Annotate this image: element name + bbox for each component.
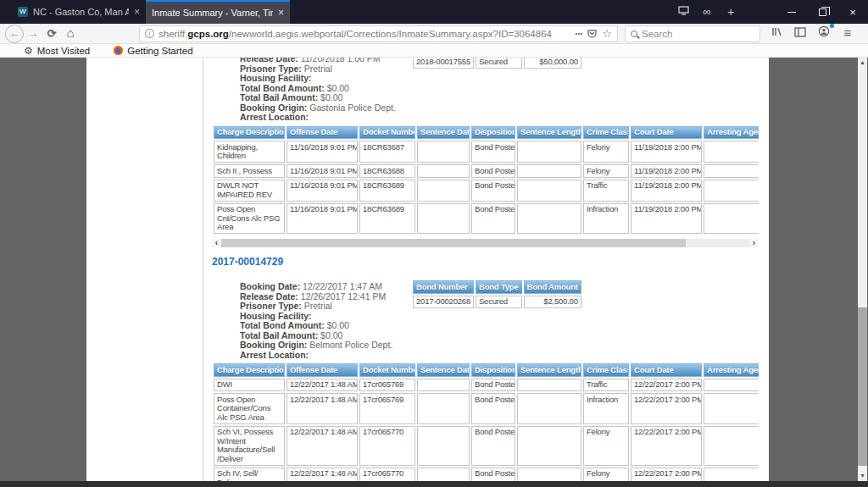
column-header: Bond Type bbox=[476, 280, 522, 294]
home-button[interactable] bbox=[61, 24, 80, 43]
cell bbox=[517, 203, 581, 235]
cell: 11/19/2018 2:00 PM bbox=[631, 164, 702, 178]
charges-table: Charge DescriptionOffense DateDocket Num… bbox=[212, 362, 759, 481]
cell: Traffic bbox=[583, 379, 629, 392]
minimize-button[interactable] bbox=[776, 0, 807, 24]
cell: 18CR63687 bbox=[359, 141, 415, 163]
column-header: Bond Number bbox=[413, 280, 474, 294]
cell: 17cr065770 bbox=[359, 426, 415, 466]
cell: 12/22/2017 2:00 PM bbox=[631, 426, 702, 466]
booking-section: 2017-00014729 Booking Date: 12/22/2017 1… bbox=[212, 247, 769, 481]
cell: Bond Posted bbox=[471, 180, 515, 202]
menu-icon[interactable] bbox=[838, 24, 857, 43]
table-row: Kidnapping, Children11/16/2018 9:01 PM18… bbox=[214, 141, 759, 163]
column-header: Sentence Length bbox=[517, 363, 581, 377]
cell: 12/22/2017 1:48 AM bbox=[287, 426, 358, 466]
cell: 2018-00017555 bbox=[413, 58, 474, 69]
cell bbox=[704, 164, 759, 178]
detail-line: Arrest Location: bbox=[240, 351, 409, 361]
header-row: Charge DescriptionOffense DateDocket Num… bbox=[214, 126, 759, 140]
cell: 18CR63689 bbox=[359, 180, 415, 202]
scrollbar-track[interactable] bbox=[221, 239, 749, 247]
back-button[interactable] bbox=[5, 25, 24, 43]
booking-number-link[interactable]: 2017-00014729 bbox=[212, 256, 283, 268]
column-header: Crime Class bbox=[583, 126, 629, 140]
account-notification-badge bbox=[830, 24, 834, 28]
cell bbox=[704, 426, 759, 466]
tab-news-article[interactable]: NC - Gaston Co, Man Attempte × bbox=[12, 0, 146, 24]
scroll-down-arrow-icon[interactable] bbox=[858, 471, 867, 481]
tabbar-actions: × bbox=[671, 0, 868, 24]
tab-close-icon[interactable]: × bbox=[278, 7, 284, 19]
page-right-gutter bbox=[769, 58, 858, 481]
cell: Bond Posted bbox=[471, 426, 515, 466]
pocket-icon[interactable] bbox=[587, 28, 598, 39]
account-icon[interactable] bbox=[815, 25, 833, 43]
url-bar[interactable]: sheriff.gcps.org/newworld.aegis.webporta… bbox=[139, 25, 618, 42]
cell: Sch IV, Sell/ Deliver bbox=[214, 468, 285, 482]
cell bbox=[517, 393, 581, 424]
cell: 11/19/2018 2:00 PM bbox=[631, 203, 702, 235]
scroll-up-arrow-icon[interactable] bbox=[858, 58, 867, 68]
cell bbox=[704, 393, 759, 424]
site-info-icon[interactable] bbox=[145, 29, 154, 38]
column-header: Court Date bbox=[631, 363, 702, 377]
taskbar-edge bbox=[0, 481, 868, 487]
restore-button[interactable] bbox=[807, 0, 837, 24]
table-row: DWLR NOT IMPAIRED REV11/16/2018 9:01 PM1… bbox=[214, 180, 759, 202]
library-icon[interactable] bbox=[767, 25, 786, 43]
horizontal-scrollbar[interactable] bbox=[212, 239, 759, 247]
scroll-left-arrow-icon[interactable] bbox=[212, 239, 221, 247]
cell bbox=[517, 379, 581, 392]
bookmark-most-visited[interactable]: Most Visited bbox=[24, 45, 90, 57]
column-header: Court Date bbox=[631, 126, 702, 140]
cell: 17cr065769 bbox=[359, 379, 415, 392]
cell: Poss Open Container/Cons Alc PSG Area bbox=[214, 393, 285, 424]
sidebar-toggle-icon[interactable] bbox=[791, 25, 810, 43]
scroll-right-arrow-icon[interactable] bbox=[749, 239, 759, 247]
cell: Bond Posted bbox=[471, 379, 515, 392]
vertical-scrollbar-thumb[interactable] bbox=[858, 307, 867, 466]
cell: Poss Open Cnt/Cons Alc PSG Area bbox=[214, 203, 285, 235]
search-input[interactable] bbox=[642, 29, 772, 39]
close-window-button[interactable]: × bbox=[837, 0, 868, 24]
new-tab-button[interactable] bbox=[719, 0, 743, 25]
cell: Infraction bbox=[583, 203, 629, 235]
cell: $2,500.00 bbox=[524, 296, 581, 309]
forward-button[interactable] bbox=[24, 25, 42, 43]
refresh-button[interactable] bbox=[42, 25, 61, 43]
cell: 11/16/2018 9:01 PM bbox=[287, 141, 358, 163]
cell bbox=[417, 203, 470, 235]
bookmarks-bar: Most Visited Getting Started bbox=[0, 44, 868, 58]
header-row: Bond NumberBond TypeBond Amount bbox=[413, 280, 581, 294]
cell: 12/22/2017 1:48 AM bbox=[287, 393, 358, 424]
booking-details: Booking Date: 12/22/2017 1:47 AMRelease … bbox=[240, 282, 409, 360]
cell: 18CR63689 bbox=[359, 203, 415, 235]
column-header: Bond Amount bbox=[524, 280, 581, 294]
page-left-gutter bbox=[86, 58, 203, 481]
booking-details: Release Date: 11/20/2018 1:00 PMPrisoner… bbox=[240, 58, 409, 123]
gear-icon bbox=[24, 45, 33, 57]
scrollbar-thumb[interactable] bbox=[221, 239, 686, 247]
cell bbox=[517, 141, 581, 163]
column-header: Docket Number bbox=[359, 363, 415, 377]
bookmark-getting-started[interactable]: Getting Started bbox=[114, 46, 192, 56]
cell: Bond Posted bbox=[471, 468, 515, 482]
cell: DWLR NOT IMPAIRED REV bbox=[214, 180, 285, 202]
cell: Felony bbox=[583, 141, 629, 163]
cell bbox=[704, 379, 759, 392]
cell: 11/16/2018 9:01 PM bbox=[287, 203, 358, 235]
vertical-scrollbar[interactable] bbox=[858, 58, 867, 481]
column-header: Crime Class bbox=[583, 363, 629, 377]
table-row: Poss Open Container/Cons Alc PSG Area12/… bbox=[214, 393, 759, 424]
tab-close-icon[interactable]: × bbox=[134, 6, 140, 18]
tab-inmate-summary[interactable]: Inmate Summary - Varner, Timothy × bbox=[146, 0, 290, 24]
sideview-icon[interactable] bbox=[695, 0, 719, 24]
page-actions-icon[interactable] bbox=[575, 28, 582, 40]
cell bbox=[417, 141, 470, 163]
search-bar[interactable] bbox=[625, 25, 760, 42]
bookmark-star-icon[interactable] bbox=[602, 27, 612, 40]
cell: Traffic bbox=[583, 180, 629, 202]
send-tab-to-device-icon[interactable] bbox=[671, 0, 695, 24]
cell: Bond Posted bbox=[471, 393, 515, 424]
